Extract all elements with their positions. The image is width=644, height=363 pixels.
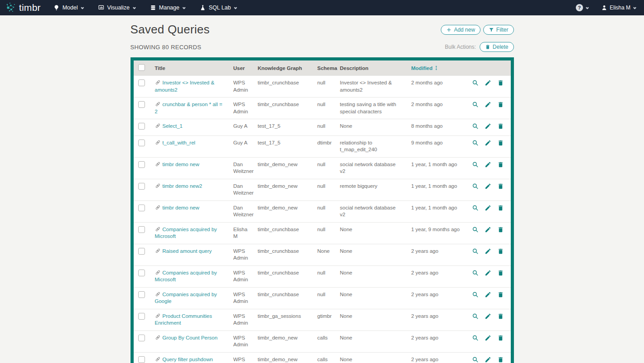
view-query-icon[interactable] [472,140,479,146]
edit-query-icon[interactable] [485,248,491,255]
row-checkbox[interactable] [138,140,145,146]
cell-knowledge-graph: timbr_crunchbase [253,76,313,98]
query-title-link[interactable]: crunchbar & person * all = 2 [155,102,223,114]
delete-query-icon[interactable] [497,248,504,255]
edit-query-icon[interactable] [485,335,491,341]
row-checkbox[interactable] [138,248,145,255]
query-title-link[interactable]: Companies acquired by Google [155,292,217,304]
edit-query-icon[interactable] [485,140,491,146]
edit-query-icon[interactable] [485,123,491,130]
view-query-icon[interactable] [472,161,479,168]
nav-item-model[interactable]: Model [53,5,84,11]
column-modified-sort[interactable]: Modified [407,60,467,76]
edit-query-icon[interactable] [485,270,491,276]
edit-query-icon[interactable] [485,79,491,86]
query-title-link[interactable]: timbr demo new [155,205,200,210]
view-query-icon[interactable] [472,248,479,255]
edit-query-icon[interactable] [485,356,491,363]
row-checkbox[interactable] [138,161,145,168]
help-menu[interactable]: ? [576,4,589,11]
query-title-link[interactable]: Product Communities Enrichment [155,313,212,326]
delete-query-icon[interactable] [497,140,504,146]
nav-item-sql-lab[interactable]: SQL Lab [200,5,238,11]
row-checkbox[interactable] [138,226,145,233]
filter-button[interactable]: Filter [483,25,514,35]
logo[interactable]: timbr [5,2,41,14]
link-icon [155,140,161,145]
cell-schema: calls [313,352,336,363]
query-title-link[interactable]: Group By Count Person [155,335,218,340]
cell-description: None [336,352,407,363]
delete-query-icon[interactable] [497,183,504,190]
view-query-icon[interactable] [472,313,479,320]
query-title-link[interactable]: t_call_with_rel [155,140,196,145]
delete-query-icon[interactable] [497,161,504,168]
delete-query-icon[interactable] [497,101,504,108]
view-query-icon[interactable] [472,123,479,130]
delete-query-icon[interactable] [497,313,504,320]
view-query-icon[interactable] [472,335,479,341]
row-checkbox[interactable] [138,270,145,276]
view-query-icon[interactable] [472,183,479,190]
view-query-icon[interactable] [472,226,479,233]
query-title-link[interactable]: Raised amount query [155,248,212,254]
delete-query-icon[interactable] [497,291,504,298]
cell-schema: None [313,244,336,265]
query-title-link[interactable]: timbr demo new [155,162,200,167]
row-checkbox[interactable] [138,313,145,320]
delete-query-icon[interactable] [497,205,504,211]
select-all-checkbox[interactable] [138,64,145,71]
row-checkbox[interactable] [138,123,145,130]
query-title-link[interactable]: Investor <> Invested & amounts2 [155,80,215,93]
query-title-link[interactable]: Select_1 [155,123,183,129]
edit-query-icon[interactable] [485,226,491,233]
row-checkbox[interactable] [138,183,145,190]
table-row: Select_1 Guy A test_17_5 null None 8 mon… [134,119,511,136]
delete-query-icon[interactable] [497,335,504,341]
edit-query-icon[interactable] [485,101,491,108]
filter-funnel-icon [489,27,494,33]
view-query-icon[interactable] [472,205,479,211]
table-row: Group By Count Person WPS Admin timbr_de… [134,330,511,352]
view-query-icon[interactable] [472,79,479,86]
view-query-icon[interactable] [472,356,479,363]
row-checkbox[interactable] [138,101,145,108]
cell-modified: 1 year, 1 month ago [407,179,467,200]
cell-modified: 9 months ago [407,135,467,157]
add-new-label: Add new [454,27,475,33]
delete-query-icon[interactable] [497,123,504,130]
nav-item-manage[interactable]: Manage [150,5,186,11]
edit-query-icon[interactable] [485,183,491,190]
delete-query-icon[interactable] [497,79,504,86]
query-title-link[interactable]: Companies acquired by Microsoft [155,227,217,239]
user-menu[interactable]: Elisha M [601,5,637,11]
view-query-icon[interactable] [472,101,479,108]
nav-item-visualize[interactable]: Visualize [98,5,136,11]
bulk-delete-button[interactable]: Delete [480,42,514,52]
view-query-icon[interactable] [472,291,479,298]
row-checkbox[interactable] [138,356,145,363]
edit-query-icon[interactable] [485,291,491,298]
edit-query-icon[interactable] [485,313,491,320]
row-checkbox[interactable] [138,335,145,341]
cell-user: WPS Admin [229,352,253,363]
add-new-button[interactable]: Add new [441,25,481,35]
delete-query-icon[interactable] [497,226,504,233]
cell-schema: null [313,76,336,98]
cell-description: None [336,265,407,287]
query-title-link[interactable]: Query filter pushdown [155,357,213,362]
row-checkbox[interactable] [138,79,145,86]
row-checkbox[interactable] [138,291,145,298]
delete-query-icon[interactable] [497,270,504,276]
nav-item-label: SQL Lab [209,5,231,11]
delete-query-icon[interactable] [497,356,504,363]
edit-query-icon[interactable] [485,161,491,168]
query-title-link[interactable]: Companies acquired by Microsoft [155,270,217,283]
cell-schema: null [313,287,336,309]
query-title-link[interactable]: timbr demo new2 [155,183,202,189]
edit-query-icon[interactable] [485,205,491,211]
row-checkbox[interactable] [138,205,145,211]
cell-description: testing saving a title with special char… [336,98,407,119]
view-query-icon[interactable] [472,270,479,276]
cell-knowledge-graph: timbr_demo_new [253,200,313,222]
